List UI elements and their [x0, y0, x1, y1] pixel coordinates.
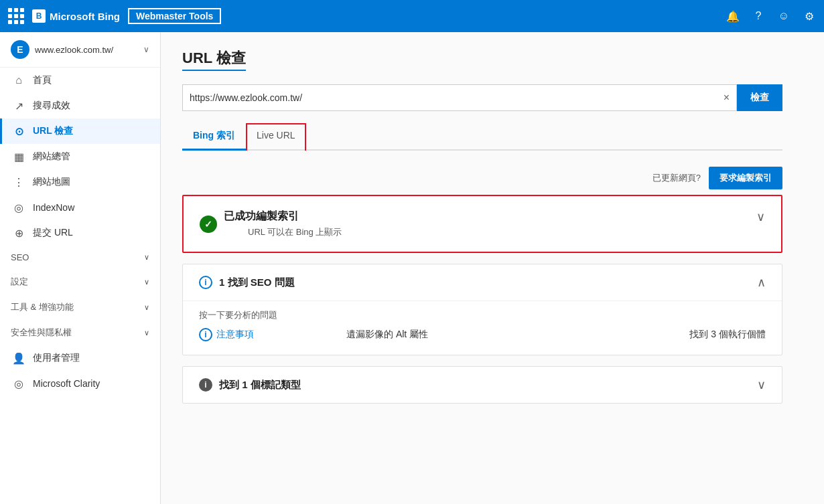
url-input-wrap: × — [182, 84, 737, 111]
sidebar-item-sitemap[interactable]: ⋮ 網站地圖 — [0, 169, 160, 195]
issue-info-icon: i — [199, 328, 212, 341]
seo-label: SEO — [11, 252, 29, 262]
indexed-card-top: ✓ 已成功編製索引 URL 可以在 Bing 上顯示 ∨ — [200, 209, 765, 238]
help-icon[interactable]: ? — [752, 9, 765, 23]
sidebar-item-label: 網站總管 — [33, 151, 70, 163]
indexed-status-row: ✓ 已成功編製索引 URL 可以在 Bing 上顯示 — [200, 209, 342, 238]
search-button[interactable]: 檢查 — [737, 84, 782, 111]
sidebar-item-label: 搜尋成效 — [33, 100, 70, 112]
settings-chevron-icon: ∨ — [144, 278, 149, 286]
indexed-status-info: 已成功編製索引 URL 可以在 Bing 上顯示 — [224, 209, 342, 238]
indexnow-icon: ◎ — [13, 201, 25, 214]
issue-link[interactable]: 注意事項 — [216, 329, 254, 341]
brand-logo: B Microsoft Bing — [32, 9, 120, 23]
schema-header-left: i 找到 1 個標記類型 — [199, 378, 301, 392]
site-name: www.ezlook.com.tw/ — [35, 45, 138, 55]
sidebar-item-clarity[interactable]: ◎ Microsoft Clarity — [0, 371, 160, 396]
schema-chevron-icon[interactable]: ∨ — [757, 377, 766, 392]
issue-count: 找到 3 個執行個體 — [689, 329, 766, 341]
page-title: URL 檢查 — [182, 48, 246, 71]
tools-chevron-icon: ∨ — [144, 303, 149, 312]
seo-chevron-icon[interactable]: ∧ — [757, 275, 766, 290]
seo-header-left: i 1 找到 SEO 問題 — [199, 276, 295, 289]
seo-issue-type: i 注意事項 — [199, 328, 346, 341]
sidebar-item-home[interactable]: ⌂ 首頁 — [0, 68, 160, 93]
site-icon: E — [11, 40, 29, 59]
schema-card: i 找到 1 個標記類型 ∨ — [182, 366, 782, 404]
security-chevron-icon: ∨ — [144, 329, 149, 337]
seo-section: i 1 找到 SEO 問題 ∧ 按一下要分析的問題 i 注意事項 遺漏影像的 A… — [182, 264, 782, 355]
sidebar-item-url-inspection[interactable]: ⊙ URL 檢查 — [0, 118, 160, 144]
bing-icon: B — [32, 9, 46, 23]
brand-name: Microsoft Bing — [50, 11, 120, 22]
user-icon: 👤 — [13, 352, 25, 364]
seo-section-header: i 1 找到 SEO 問題 ∧ — [183, 264, 782, 301]
schema-card-header: i 找到 1 個標記類型 ∨ — [183, 367, 782, 403]
submit-icon: ⊕ — [13, 227, 25, 239]
security-label: 安全性與隱私權 — [11, 327, 72, 339]
site-selector[interactable]: E www.ezlook.com.tw/ ∨ — [0, 32, 160, 68]
sidebar-item-label: IndexNow — [33, 202, 74, 213]
sitemap-icon: ⋮ — [13, 176, 25, 188]
seo-title: 1 找到 SEO 問題 — [219, 276, 295, 289]
tools-label: 工具 & 增強功能 — [11, 301, 74, 313]
seo-body-desc: 按一下要分析的問題 — [199, 309, 766, 321]
seo-issue-row: i 注意事項 遺漏影像的 Alt 屬性 找到 3 個執行個體 — [199, 328, 766, 341]
sidebar-section-settings[interactable]: 設定 ∨ — [0, 269, 160, 295]
smiley-icon[interactable]: ☺ — [777, 9, 791, 23]
seo-chevron-icon: ∨ — [144, 253, 149, 262]
indexed-subtitle: URL 可以在 Bing 上顯示 — [224, 226, 342, 238]
info-icon: i — [199, 276, 212, 289]
sidebar-item-indexnow[interactable]: ◎ IndexNow — [0, 195, 160, 220]
request-index-button[interactable]: 要求編製索引 — [709, 167, 782, 189]
site-dropdown-icon: ∨ — [143, 45, 149, 54]
bell-icon[interactable]: 🔔 — [726, 9, 740, 23]
sidebar-section-security[interactable]: 安全性與隱私權 ∨ — [0, 320, 160, 345]
url-input[interactable] — [190, 92, 724, 103]
indexed-title: 已成功編製索引 — [224, 209, 342, 224]
clear-icon[interactable]: × — [724, 92, 730, 104]
request-index-area: 已更新網頁? 要求編製索引 — [182, 167, 782, 189]
tab-bing-index[interactable]: Bing 索引 — [182, 123, 246, 151]
clarity-icon: ◎ — [13, 377, 25, 390]
settings-label: 設定 — [11, 276, 28, 288]
topbar-icons: 🔔 ? ☺ ⚙ — [726, 9, 816, 23]
tab-bar: Bing 索引 Live URL — [182, 123, 782, 151]
home-icon: ⌂ — [13, 74, 25, 86]
sidebar-section-tools[interactable]: 工具 & 增強功能 ∨ — [0, 295, 160, 320]
sidebar-item-label: Microsoft Clarity — [33, 378, 100, 389]
sidebar-item-site-overview[interactable]: ▦ 網站總管 — [0, 144, 160, 169]
sidebar-item-submit-url[interactable]: ⊕ 提交 URL — [0, 220, 160, 246]
content-area: URL 檢查 × 檢查 Bing 索引 Live URL 已更新網頁? 要求編製… — [161, 32, 824, 504]
apps-icon[interactable] — [8, 8, 24, 24]
indexed-card: ✓ 已成功編製索引 URL 可以在 Bing 上顯示 ∨ — [182, 195, 782, 253]
sidebar-section-seo[interactable]: SEO ∨ — [0, 246, 160, 269]
grid-icon: ▦ — [13, 151, 25, 163]
sidebar-item-label: 網站地圖 — [33, 176, 70, 188]
sidebar-item-label: 提交 URL — [33, 227, 73, 239]
seo-section-body: 按一下要分析的問題 i 注意事項 遺漏影像的 Alt 屬性 找到 3 個執行個體 — [183, 301, 782, 355]
sidebar-item-label: 使用者管理 — [33, 352, 80, 364]
trend-icon: ↗ — [13, 100, 25, 112]
sidebar-item-label: 首頁 — [33, 74, 52, 86]
schema-title: 找到 1 個標記類型 — [219, 379, 301, 392]
sidebar-item-search-performance[interactable]: ↗ 搜尋成效 — [0, 93, 160, 118]
tab-live-url[interactable]: Live URL — [246, 123, 306, 151]
indexed-chevron-icon[interactable]: ∨ — [756, 209, 765, 224]
topbar: B Microsoft Bing Webmaster Tools 🔔 ? ☺ ⚙ — [0, 0, 824, 32]
success-icon: ✓ — [200, 216, 217, 233]
settings-icon[interactable]: ⚙ — [803, 9, 816, 23]
schema-info-icon: i — [199, 378, 212, 392]
app-name: Webmaster Tools — [128, 8, 221, 24]
sidebar: E www.ezlook.com.tw/ ∨ ⌂ 首頁 ↗ 搜尋成效 ⊙ URL… — [0, 32, 161, 504]
sidebar-item-label: URL 檢查 — [33, 125, 73, 137]
sidebar-item-user-management[interactable]: 👤 使用者管理 — [0, 345, 160, 371]
request-question: 已更新網頁? — [653, 172, 701, 184]
url-bar: × 檢查 — [182, 84, 782, 111]
search-icon: ⊙ — [13, 125, 25, 137]
issue-description: 遺漏影像的 Alt 屬性 — [346, 329, 689, 341]
